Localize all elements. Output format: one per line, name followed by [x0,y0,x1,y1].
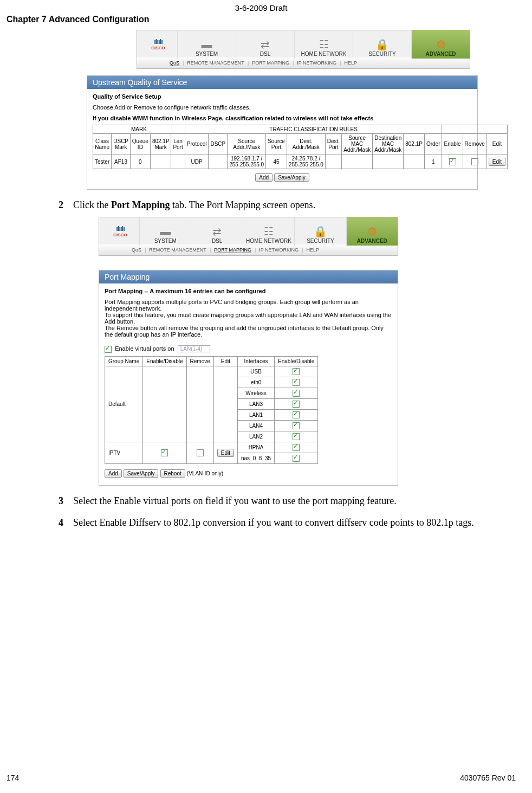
tab-home-network[interactable]: ☷ HOME NETWORK [294,30,353,59]
subnav-portmapping-item[interactable]: PORT MAPPING [252,60,289,66]
checkbox-icon[interactable] [293,444,300,451]
tab-home-label: HOME NETWORK [295,51,353,57]
cell-dscpmark: AF13 [112,154,131,169]
save-apply-button[interactable]: Save/Apply [124,469,159,478]
pm-row-iptv: IPTV Edit HPNA [105,442,318,453]
router-icon: ▬ [178,39,236,50]
subnav-help-item[interactable]: HELP [306,247,319,253]
subnav-remote-item[interactable]: REMOTE MANAGEMENT [149,247,206,253]
tab-security-label: SECURITY [295,238,346,244]
lock-icon: 🔒 [353,39,411,50]
tab-system[interactable]: ▬SYSTEM [139,217,191,246]
checkbox-icon[interactable] [197,449,204,456]
checkbox-icon[interactable] [293,455,300,462]
checkbox-icon[interactable] [293,422,300,429]
network-icon: ☷ [243,226,294,237]
subnav-portmapping-item[interactable]: PORT MAPPING [214,247,251,253]
cell-dstmac [373,154,404,169]
checkbox-icon[interactable] [293,433,300,440]
subnav-qos-item[interactable]: QoS [132,247,141,253]
cell-group-default: Default [105,366,143,442]
cell-enable[interactable] [442,154,463,169]
qos-group-rules: TRAFFIC CLASSIFICATION RULES [185,125,442,134]
step-3: 3Select the Enable virtual ports on fiel… [59,494,494,507]
col-queueid: Queue ID [130,134,150,154]
cell-remove[interactable] [463,154,486,169]
checkbox-icon[interactable] [293,390,300,397]
col-remove: Remove [463,134,486,154]
subnav-remote-item[interactable]: REMOTE MANAGEMENT [187,60,244,66]
cell-order: 1 [424,154,442,169]
save-apply-button[interactable]: Save/Apply [274,173,309,182]
pm-panel: Port Mapping Port Mapping -- A maximum 1… [99,270,398,486]
cell-srcaddr: 192.168.1.7 / 255.255.255.0 [228,154,266,169]
tab-dsl[interactable]: ⇄DSL [191,217,242,246]
router-icon: ▬ [140,226,191,237]
checkbox-icon[interactable] [161,449,168,456]
cell-8021p-mark [150,154,171,169]
checkbox-icon[interactable] [293,368,300,375]
col-edit: Edit [213,356,237,366]
col-protocol: Protocol [185,134,209,154]
subnav-qos-item[interactable]: QoS [170,60,179,66]
subnav-ipnet-item[interactable]: IP NETWORKING [297,60,336,66]
cell-dstaddr: 24.25.78.2 / 255.255.255.0 [287,154,325,169]
col-interfaces: Interfaces [238,356,275,366]
enable-virtual-ports-field[interactable]: LAN(1-4) [178,345,210,352]
subnav-ipnet-item[interactable]: IP NETWORKING [259,247,299,253]
reboot-button[interactable]: Reboot [160,469,185,478]
pm-desc-1: Port Mapping supports multiple ports to … [105,299,392,312]
subnav-help-item[interactable]: HELP [344,60,357,66]
qos-intro: Choose Add or Remove to configure networ… [93,104,472,111]
cell-if-lan1: LAN1 [238,409,275,420]
tab-advanced[interactable]: ⚙ADVANCED [346,217,398,246]
tab-system-label: SYSTEM [140,238,191,244]
checkbox-icon[interactable] [449,158,456,165]
tab-system-label: SYSTEM [178,51,236,57]
page-footer: 174 4030765 Rev 01 [7,773,516,782]
qos-setup-title: Quality of Service Setup [93,93,472,100]
step-4-number: 4 [59,517,63,528]
cell-queueid: 0 [130,154,150,169]
col-srcaddr: Source Addr./Mask [228,134,266,154]
checkbox-icon[interactable] [293,379,300,386]
checkbox-icon[interactable] [293,401,300,408]
step-2-text-a: Click the [73,199,111,210]
cell-if-lan3: LAN3 [238,398,275,409]
top-nav-pm: ılıılı CISCO ▬SYSTEM ⇄DSL ☷HOME NETWORK … [99,217,398,256]
add-button[interactable]: Add [255,173,273,182]
arrows-icon: ⇄ [236,39,294,50]
edit-button[interactable]: Edit [489,158,505,166]
cell-8021p [404,154,425,169]
pm-title: Port Mapping -- A maximum 16 entries can… [105,288,392,294]
checkbox-icon[interactable] [471,158,478,165]
tab-system[interactable]: ▬ SYSTEM [177,30,236,59]
tab-home-label: HOME NETWORK [243,238,294,244]
cisco-bars-icon: ılıılı [139,37,177,46]
tab-advanced[interactable]: ⚙ ADVANCED [411,30,470,59]
add-button[interactable]: Add [105,469,122,478]
chapter-title: Chapter 7 Advanced Configuration [7,15,516,24]
qos-panel-header: Upstream Quality of Service [87,76,477,89]
edit-button[interactable]: Edit [217,449,234,457]
col-dstport: Dest. Port [325,134,341,154]
tab-security[interactable]: 🔒SECURITY [294,217,346,246]
network-icon: ☷ [295,39,353,50]
checkbox-icon[interactable] [293,411,300,418]
top-nav-qos: ılıılı CISCO ▬ SYSTEM ⇄ DSL ☷ HOME NETWO… [137,30,470,69]
tab-home-network[interactable]: ☷HOME NETWORK [243,217,294,246]
cell-edit: Edit [486,154,507,169]
tab-security[interactable]: 🔒 SECURITY [353,30,411,59]
page-number: 174 [7,773,19,782]
cisco-bars-icon: ılıılı [101,224,139,233]
pm-desc-2: To support this feature, you must create… [105,312,392,325]
tab-dsl[interactable]: ⇄ DSL [236,30,294,59]
cell-if-hpna: HPNA [238,442,275,453]
col-8021p-mark: 802.1P Mark [150,134,171,154]
doc-id: 4030765 Rev 01 [460,773,516,782]
col-dstaddr: Dest. Addr./Mask [287,134,325,154]
cell-protocol: UDP [185,154,209,169]
enable-virtual-ports-checkbox[interactable] [105,346,112,353]
pm-row-default-usb: Default USB [105,366,318,377]
cell-group-iptv: IPTV [105,442,143,463]
